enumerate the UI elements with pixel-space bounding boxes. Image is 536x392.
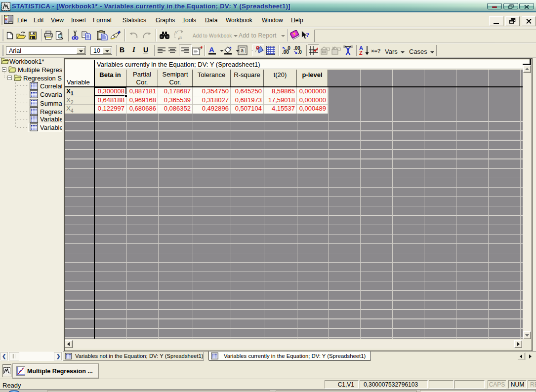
svg-text:?: ? [306,31,310,39]
svg-text:a: a [241,48,244,53]
svg-text:A: A [209,46,214,54]
svg-text:A: A [174,30,177,35]
svg-text:B: B [179,36,182,40]
